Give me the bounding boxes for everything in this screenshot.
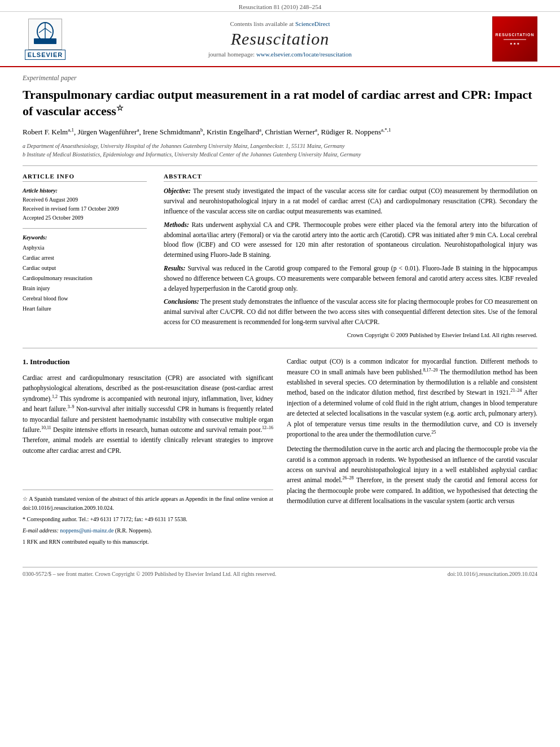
intro-heading: 1. Introduction <box>23 356 273 368</box>
accepted-date: Accepted 25 October 2009 <box>23 213 147 222</box>
elsevier-tree-icon <box>31 21 59 47</box>
abstract-conclusions: Conclusions: The present study demonstra… <box>164 297 537 327</box>
keywords-section: Keywords: Asphyxia Cardiac arrest Cardia… <box>23 228 147 314</box>
abstract-methods: Methods: Rats underwent asphyxial CA and… <box>164 220 537 260</box>
paper-title: Transpulmonary cardiac output measuremen… <box>23 87 537 120</box>
footnote-1: 1 RFK and RRN contributed equally to thi… <box>23 538 273 547</box>
intro-paragraph-3-right: Detecting the thermodilution curve in th… <box>287 444 537 506</box>
elsevier-text: ELSEVIER <box>25 50 65 60</box>
authors-line: Robert F. Kelma,1, Jürgen Wagenführera, … <box>23 126 537 138</box>
keywords-label: Keywords: <box>23 234 147 241</box>
paper-type: Experimental paper <box>23 74 537 82</box>
footnote-email: E-mail address: noppens@uni-mainz.de (R.… <box>23 526 273 535</box>
journal-header-center: Contents lists available at ScienceDirec… <box>79 20 481 58</box>
received-revised-date: Received in revised form 17 October 2009 <box>23 204 147 213</box>
page-footer: 0300-9572/$ – see front matter. Crown Co… <box>23 567 537 577</box>
sciencedirect-line: Contents lists available at ScienceDirec… <box>79 20 481 27</box>
journal-title: Resuscitation <box>79 29 481 49</box>
footnote-star: ☆ A Spanish translated version of the ab… <box>23 495 273 513</box>
journal-top-bar: Resuscitation 81 (2010) 248–254 <box>0 0 560 12</box>
main-content: Experimental paper Transpulmonary cardia… <box>0 67 560 560</box>
footer-issn: 0300-9572/$ – see front matter. Crown Co… <box>23 571 276 577</box>
intro-paragraph-1: Cardiac arrest and cardiopulmonary resus… <box>23 373 273 456</box>
journal-header: ELSEVIER Contents lists available at Sci… <box>0 12 560 67</box>
elsevier-logo-area: ELSEVIER <box>11 19 79 60</box>
divider-after-affiliations <box>23 165 537 166</box>
abstract-results: Results: Survival was reduced in the Car… <box>164 264 537 294</box>
received-date: Received 6 August 2009 <box>23 195 147 204</box>
abstract-col: ABSTRACT Objective: The present study in… <box>164 173 537 340</box>
keywords-list: Asphyxia Cardiac arrest Cardiac output C… <box>23 243 147 314</box>
article-info-label: ARTICLE INFO <box>23 173 147 182</box>
resuscitation-badge: RESUSCITATION ■ ■ ■ <box>492 16 537 62</box>
title-star: ☆ <box>116 104 124 112</box>
journal-citation: Resuscitation 81 (2010) 248–254 <box>239 3 321 10</box>
body-divider <box>23 348 537 348</box>
footnote-asterisk: * Corresponding author. Tel.: +49 6131 1… <box>23 515 273 524</box>
keyword-2: Cardiac arrest <box>23 253 147 263</box>
svg-line-3 <box>39 28 45 33</box>
abstract-text: Objective: The present study investigate… <box>164 186 537 340</box>
sciencedirect-link[interactable]: ScienceDirect <box>295 20 330 27</box>
keyword-4: Cardiopulmonary resuscitation <box>23 273 147 283</box>
article-two-col: ARTICLE INFO Article history: Received 6… <box>23 173 537 340</box>
journal-homepage: journal homepage: www.elsevier.com/locat… <box>79 51 481 58</box>
body-col-left: 1. Introduction Cardiac arrest and cardi… <box>23 356 273 549</box>
body-col-right: Cardiac output (CO) is a common indicato… <box>287 356 537 549</box>
svg-line-4 <box>45 28 51 33</box>
keyword-3: Cardiac output <box>23 263 147 273</box>
article-info-col: ARTICLE INFO Article history: Received 6… <box>23 173 147 340</box>
article-history: Article history: Received 6 August 2009 … <box>23 186 147 222</box>
journal-url[interactable]: www.elsevier.com/locate/resuscitation <box>256 51 352 58</box>
copyright-line: Crown Copyright © 2009 Published by Else… <box>164 331 537 340</box>
body-two-col: 1. Introduction Cardiac arrest and cardi… <box>23 356 537 549</box>
page-wrapper: Resuscitation 81 (2010) 248–254 ELSEVIER <box>0 0 560 747</box>
badge-label: RESUSCITATION <box>495 33 534 37</box>
footnotes-area: ☆ A Spanish translated version of the ab… <box>23 490 273 547</box>
history-label: Article history: <box>23 187 58 194</box>
keyword-5: Brain injury <box>23 283 147 294</box>
abstract-label: ABSTRACT <box>164 173 537 182</box>
affiliations: a Department of Anaesthesiology, Univers… <box>23 142 537 159</box>
affiliation-b: b Institute of Medical Biostatistics, Ep… <box>23 150 537 159</box>
keyword-6: Cerebral blood flow <box>23 294 147 304</box>
intro-paragraph-2-right: Cardiac output (CO) is a common indicato… <box>287 356 537 439</box>
keyword-1: Asphyxia <box>23 243 147 253</box>
abstract-objective: Objective: The present study investigate… <box>164 186 537 216</box>
journal-header-right: RESUSCITATION ■ ■ ■ <box>481 16 549 62</box>
affiliation-a: a Department of Anaesthesiology, Univers… <box>23 142 537 150</box>
footer-doi: doi:10.1016/j.resuscitation.2009.10.024 <box>448 571 537 577</box>
keyword-7: Heart failure <box>23 304 147 314</box>
